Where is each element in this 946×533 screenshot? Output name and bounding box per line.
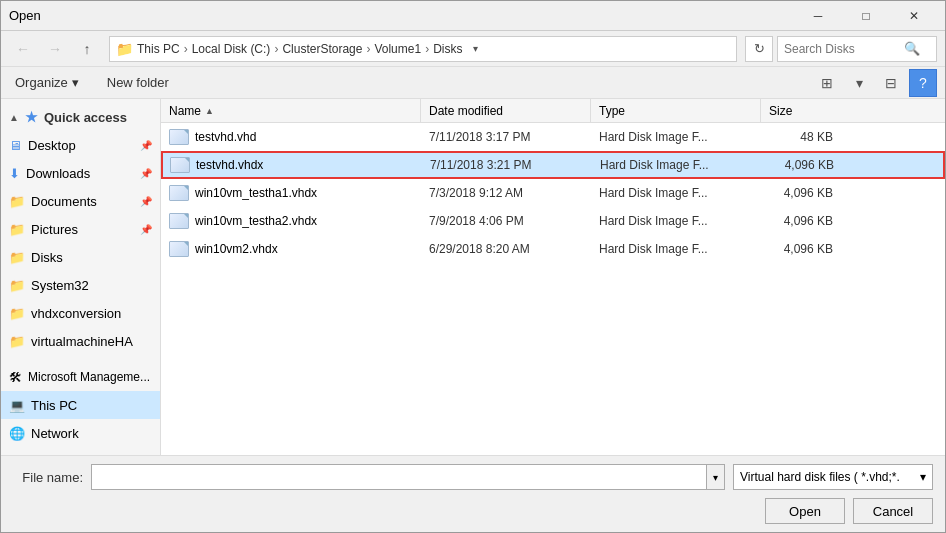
address-dropdown-button[interactable]: ▾ [466,37,484,61]
sidebar-item-thispc[interactable]: 💻 This PC [1,391,160,419]
sidebar-label-downloads: Downloads [26,166,90,181]
view-toggle-button-1[interactable]: ⊞ [813,69,841,97]
view-dropdown-button[interactable]: ▾ [845,69,873,97]
cancel-button[interactable]: Cancel [853,498,933,524]
content-area: ▲ ★ Quick access 🖥 Desktop 📌 ⬇ Downloads… [1,99,945,455]
path-disks: Disks [433,42,462,56]
quick-access-header: ▲ ★ Quick access [1,103,160,131]
sidebar-item-system32[interactable]: 📁 System32 [1,271,160,299]
new-folder-button[interactable]: New folder [101,71,175,94]
file-cell-size: 4,096 KB [761,214,841,228]
file-cell-size: 4,096 KB [762,158,842,172]
file-name: testvhd.vhdx [196,158,263,172]
file-cell-date: 7/11/2018 3:21 PM [422,158,592,172]
sidebar-label-desktop: Desktop [28,138,76,153]
file-cell-size: 48 KB [761,130,841,144]
help-button[interactable]: ? [909,69,937,97]
column-header-size[interactable]: Size [761,99,841,122]
sidebar-label-network: Network [31,426,79,441]
filename-label: File name: [13,470,83,485]
vm-icon: 📁 [9,334,25,349]
documents-icon: 📁 [9,194,25,209]
search-input[interactable] [784,42,904,56]
pin-icon-desktop: 📌 [140,140,152,151]
close-button[interactable]: ✕ [891,1,937,31]
column-header-date[interactable]: Date modified [421,99,591,122]
sidebar-item-documents[interactable]: 📁 Documents 📌 [1,187,160,215]
column-header-name[interactable]: Name ▲ [161,99,421,122]
organize-label: Organize [15,75,68,90]
desktop-icon: 🖥 [9,138,22,153]
table-row[interactable]: win10vm_testha2.vhdx 7/9/2018 4:06 PM Ha… [161,207,945,235]
address-bar[interactable]: 📁 This PC › Local Disk (C:) › ClusterSto… [109,36,737,62]
organize-button[interactable]: Organize ▾ [9,71,85,94]
sidebar-item-virtualmachineha[interactable]: 📁 virtualmachineHA [1,327,160,355]
file-icon [170,157,190,173]
star-icon: ★ [25,109,38,125]
mmc-icon: 🛠 [9,370,22,385]
refresh-button[interactable]: ↻ [745,36,773,62]
file-cell-date: 7/9/2018 4:06 PM [421,214,591,228]
file-icon [169,185,189,201]
sidebar-item-desktop[interactable]: 🖥 Desktop 📌 [1,131,160,159]
sidebar-item-network[interactable]: 🌐 Network [1,419,160,447]
path-volume1: Volume1 [374,42,421,56]
file-cell-size: 4,096 KB [761,242,841,256]
filename-dropdown-button[interactable]: ▾ [706,465,724,489]
sidebar-label-pictures: Pictures [31,222,78,237]
path-clusterstorage: ClusterStorage [282,42,362,56]
file-cell-type: Hard Disk Image F... [591,214,761,228]
search-icon: 🔍 [904,41,920,56]
sidebar-label-documents: Documents [31,194,97,209]
maximize-button[interactable]: □ [843,1,889,31]
file-rows-container: testvhd.vhd 7/11/2018 3:17 PM Hard Disk … [161,123,945,263]
sidebar: ▲ ★ Quick access 🖥 Desktop 📌 ⬇ Downloads… [1,99,161,455]
filetype-label: Virtual hard disk files ( *.vhd;*. [740,470,900,484]
forward-button[interactable]: → [41,35,69,63]
disks-icon: 📁 [9,250,25,265]
file-cell-name: testvhd.vhd [161,129,421,145]
col-type-label: Type [599,104,625,118]
preview-pane-button[interactable]: ⊟ [877,69,905,97]
window-controls: ─ □ ✕ [795,1,937,31]
file-icon [169,129,189,145]
filetype-select[interactable]: Virtual hard disk files ( *.vhd;*. ▾ [733,464,933,490]
pictures-icon: 📁 [9,222,25,237]
sidebar-item-vhdxconversion[interactable]: 📁 vhdxconversion [1,299,160,327]
table-row[interactable]: win10vm_testha1.vhdx 7/3/2018 9:12 AM Ha… [161,179,945,207]
up-button[interactable]: ↑ [73,35,101,63]
sidebar-item-mmc[interactable]: 🛠 Microsoft Manageme... [1,363,160,391]
quick-access-label: Quick access [44,110,127,125]
table-row[interactable]: testvhd.vhdx 7/11/2018 3:21 PM Hard Disk… [161,151,945,179]
open-button[interactable]: Open [765,498,845,524]
table-row[interactable]: win10vm2.vhdx 6/29/2018 8:20 AM Hard Dis… [161,235,945,263]
file-cell-type: Hard Disk Image F... [592,158,762,172]
table-row[interactable]: testvhd.vhd 7/11/2018 3:17 PM Hard Disk … [161,123,945,151]
col-name-label: Name [169,104,201,118]
filename-input[interactable] [92,470,706,485]
column-header-type[interactable]: Type [591,99,761,122]
sidebar-label-system32: System32 [31,278,89,293]
sidebar-item-pictures[interactable]: 📁 Pictures 📌 [1,215,160,243]
file-cell-date: 7/11/2018 3:17 PM [421,130,591,144]
sidebar-item-disks[interactable]: 📁 Disks [1,243,160,271]
file-cell-type: Hard Disk Image F... [591,130,761,144]
downloads-icon: ⬇ [9,166,20,181]
sidebar-label-vm: virtualmachineHA [31,334,133,349]
file-name: win10vm_testha2.vhdx [195,214,317,228]
pin-icon-documents: 📌 [140,196,152,207]
navigation-toolbar: ← → ↑ 📁 This PC › Local Disk (C:) › Clus… [1,31,945,67]
col-size-label: Size [769,104,792,118]
sidebar-item-downloads[interactable]: ⬇ Downloads 📌 [1,159,160,187]
minimize-button[interactable]: ─ [795,1,841,31]
back-button[interactable]: ← [9,35,37,63]
thispc-icon: 💻 [9,398,25,413]
file-cell-name: testvhd.vhdx [162,157,422,173]
titlebar: Open ─ □ ✕ [1,1,945,31]
sidebar-label-disks: Disks [31,250,63,265]
network-icon: 🌐 [9,426,25,441]
filename-row: File name: ▾ Virtual hard disk files ( *… [13,464,933,490]
organize-dropdown-icon: ▾ [72,75,79,90]
file-list: Name ▲ Date modified Type Size testvhd.v… [161,99,945,455]
pin-icon-pictures: 📌 [140,224,152,235]
